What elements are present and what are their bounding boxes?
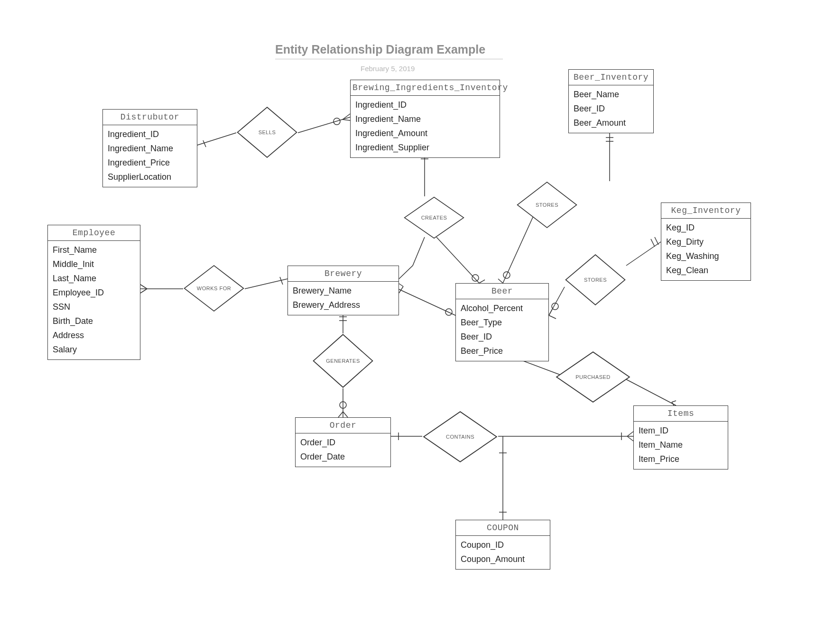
diagram-date: February 5, 2019	[361, 64, 415, 73]
svg-line-26	[651, 239, 655, 247]
entity-header: Order	[296, 418, 390, 433]
entity-attr: Brewery_Name	[293, 284, 394, 298]
relationship-generates: GENERATES	[312, 333, 374, 388]
relationship-label: STORES	[516, 181, 578, 229]
entity-attr: Alcohol_Percent	[461, 301, 544, 315]
entity-attr: Keg_ID	[666, 221, 746, 235]
entity-header: Beer	[456, 284, 548, 299]
svg-point-41	[340, 402, 346, 408]
svg-line-51	[522, 360, 560, 375]
entity-attr: Beer_Amount	[574, 116, 649, 130]
svg-line-39	[338, 412, 343, 417]
entity-attr: Salary	[53, 342, 135, 357]
entity-attr: Brewery_Address	[293, 298, 394, 312]
entity-attr: Keg_Clean	[666, 263, 746, 277]
entity-attr: Beer_ID	[461, 330, 544, 344]
entity-attr: Last_Name	[53, 271, 135, 285]
svg-line-40	[343, 412, 348, 417]
svg-line-33	[399, 286, 403, 293]
entity-header: Items	[634, 406, 728, 422]
entity-attr: Beer_Type	[461, 315, 544, 330]
entity-attr: Employee_ID	[53, 285, 135, 300]
entity-beer-inventory: Beer_Inventory Beer_Name Beer_ID Beer_Am…	[568, 69, 654, 133]
entity-attr: Beer_ID	[574, 101, 649, 116]
svg-line-32	[399, 284, 403, 286]
relationship-label: WORKS FOR	[183, 265, 245, 312]
entity-attr: Keg_Washing	[666, 249, 746, 263]
svg-line-0	[197, 133, 236, 145]
relationship-label: SELLS	[236, 106, 298, 158]
entity-attr: Item_Price	[639, 452, 723, 466]
svg-point-3	[334, 118, 340, 125]
relationship-creates: CREATES	[403, 196, 465, 239]
entity-attr: Ingredient_ID	[108, 127, 192, 141]
relationship-works-for: WORKS FOR	[183, 265, 245, 312]
relationship-label: CONTAINS	[422, 411, 498, 463]
entity-header: Beer_Inventory	[569, 70, 653, 85]
entity-header: Employee	[48, 225, 140, 241]
svg-point-34	[445, 309, 452, 315]
svg-line-45	[627, 432, 633, 436]
entity-attr: Ingredient_Supplier	[355, 140, 495, 155]
svg-point-14	[472, 275, 479, 281]
diagram-title: Entity Relationship Diagram Example	[275, 43, 485, 56]
entity-attr: Ingredient_ID	[355, 98, 495, 112]
svg-line-2	[298, 117, 350, 133]
entity-attr: Coupon_ID	[461, 538, 545, 552]
entity-attr: Ingredient_Name	[108, 141, 192, 156]
title-underline	[275, 59, 503, 59]
entity-header: Distrubutor	[103, 110, 197, 125]
entity-attr: Coupon_Amount	[461, 552, 545, 566]
diagram-canvas: { "title": "Entity Relationship Diagram …	[0, 0, 834, 644]
relationship-sells: SELLS	[236, 106, 298, 158]
entity-attr: Keg_Dirty	[666, 235, 746, 249]
entity-header: Keg_Inventory	[661, 203, 751, 219]
entity-attr: Order_Date	[300, 450, 386, 464]
svg-line-7	[140, 285, 147, 289]
entity-attr: Beer_Name	[574, 87, 649, 101]
svg-line-22	[498, 279, 503, 283]
entity-beer: Beer Alcohol_Percent Beer_Type Beer_ID B…	[455, 283, 549, 361]
entity-attr: Ingredient_Name	[355, 112, 495, 126]
entity-attr: Middle_Init	[53, 257, 135, 271]
relationship-contains: CONTAINS	[422, 411, 498, 463]
relationship-purchased: PURCHASED	[555, 351, 631, 403]
svg-line-31	[399, 289, 455, 315]
relationship-stores-1: STORES	[516, 181, 578, 229]
entity-header: Brewery	[288, 266, 398, 282]
entity-attr: Ingredient_Amount	[355, 126, 495, 140]
svg-point-21	[503, 272, 510, 278]
svg-line-16	[479, 280, 485, 283]
svg-line-9	[245, 279, 287, 289]
svg-line-30	[549, 315, 556, 319]
entity-items: Items Item_ID Item_Name Item_Price	[633, 405, 728, 469]
entity-brewing-ingredients: Brewing_Ingredients_Inventory Ingredient…	[350, 80, 500, 158]
entity-keg-inventory: Keg_Inventory Keg_ID Keg_Dirty Keg_Washi…	[661, 202, 751, 281]
entity-header: COUPON	[456, 520, 550, 536]
relationship-stores-2: STORES	[565, 254, 626, 306]
entity-employee: Employee First_Name Middle_Init Last_Nam…	[47, 225, 140, 360]
relationship-label: PURCHASED	[555, 351, 631, 403]
entity-attr: Birth_Date	[53, 314, 135, 328]
svg-line-29	[549, 309, 552, 315]
relationship-label: GENERATES	[312, 333, 374, 388]
svg-line-10	[280, 277, 283, 285]
entity-distributor: Distrubutor Ingredient_ID Ingredient_Nam…	[102, 109, 197, 187]
entity-header: Brewing_Ingredients_Inventory	[351, 80, 500, 96]
entity-attr: Beer_Price	[461, 344, 544, 358]
entity-attr: SSN	[53, 300, 135, 314]
svg-point-28	[552, 303, 558, 310]
entity-attr: Ingredient_Price	[108, 156, 192, 170]
svg-line-5	[343, 120, 350, 120]
svg-line-4	[343, 114, 350, 120]
entity-attr: First_Name	[53, 243, 135, 257]
svg-line-13	[436, 237, 479, 283]
relationship-label: STORES	[565, 254, 626, 306]
entity-order: Order Order_ID Order_Date	[295, 417, 391, 467]
entity-attr: Item_ID	[639, 423, 723, 438]
svg-line-25	[655, 237, 658, 245]
svg-line-27	[549, 287, 565, 315]
svg-line-1	[203, 140, 206, 147]
svg-line-46	[627, 436, 633, 441]
relationship-label: CREATES	[403, 196, 465, 239]
